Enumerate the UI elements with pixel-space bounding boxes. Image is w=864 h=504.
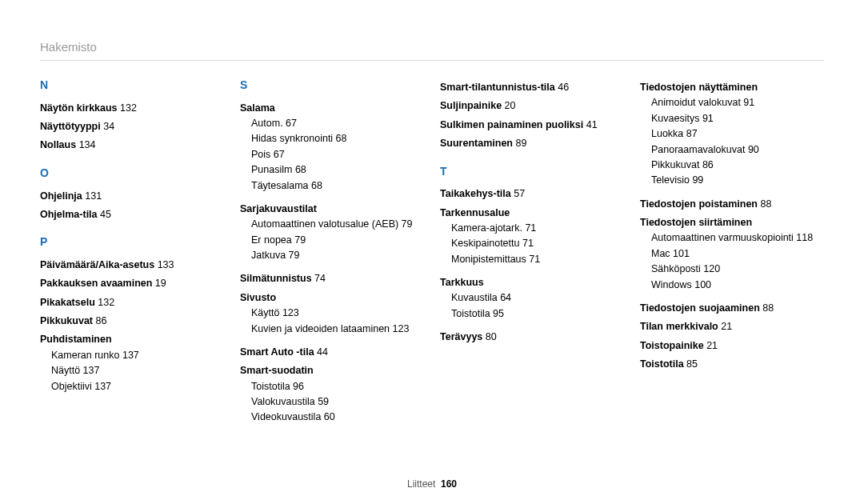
index-subentry[interactable]: Televisio 99: [640, 173, 824, 188]
page-number: 137: [94, 381, 111, 392]
index-subentry[interactable]: Windows 100: [640, 278, 824, 293]
spacer: [240, 337, 424, 342]
page-number: 131: [85, 190, 102, 202]
index-entry[interactable]: Sarjakuvaustilat: [240, 202, 424, 217]
page-number: 79: [402, 218, 413, 230]
index-subentry[interactable]: Er nopea 79: [240, 233, 424, 248]
index-entry[interactable]: Tiedostojen suojaaminen 88: [640, 301, 824, 316]
index-entry[interactable]: Smart-suodatin: [240, 363, 424, 378]
page-number: 21: [706, 340, 718, 351]
index-subentry[interactable]: Keskipainotettu 71: [440, 236, 624, 251]
page-number: 90: [748, 144, 759, 155]
index-subentry[interactable]: Täytesalama 68: [240, 178, 424, 194]
index-subentry[interactable]: Kuvien ja videoiden lataaminen 123: [240, 322, 424, 337]
index-entry[interactable]: Nollaus 134: [40, 138, 224, 153]
page-number: 133: [158, 259, 174, 270]
page-number: 137: [83, 365, 100, 376]
page-number: 21: [721, 321, 732, 332]
page-number: 19: [155, 278, 166, 289]
index-entry[interactable]: Puhdistaminen: [40, 332, 224, 347]
index-subentry[interactable]: Jatkuva 79: [240, 248, 424, 263]
index-subentry[interactable]: Mac 101: [640, 246, 824, 262]
column-2: SSalamaAutom. 67Hidas synkronointi 68Poi…: [240, 77, 424, 426]
page-number: 71: [529, 254, 540, 265]
index-letter: S: [240, 77, 424, 94]
page-number: 45: [100, 209, 111, 220]
index-entry[interactable]: Suljinpainike 20: [440, 98, 624, 114]
page-number: 57: [514, 188, 525, 199]
index-subentry[interactable]: Luokka 87: [640, 126, 824, 142]
page-number: 100: [694, 279, 711, 290]
index-entry[interactable]: Tarkennusalue: [440, 206, 624, 221]
page-number: 68: [336, 133, 347, 144]
index-entry[interactable]: Taikakehys-tila 57: [440, 186, 624, 202]
index-entry[interactable]: Pakkauksen avaaminen 19: [40, 276, 224, 291]
index-entry[interactable]: Tiedostojen siirtäminen: [640, 215, 824, 230]
index-subentry[interactable]: Kuvaesitys 91: [640, 111, 824, 126]
page-number: 44: [317, 346, 328, 358]
spacer: [240, 194, 424, 198]
index-subentry[interactable]: Toistotila 96: [240, 379, 424, 394]
index-entry[interactable]: Salama: [240, 101, 424, 116]
column-4: Tiedostojen näyttäminenAnimoidut valokuv…: [640, 77, 824, 426]
index-subentry[interactable]: Panoraamavalokuvat 90: [640, 142, 824, 158]
index-subentry[interactable]: Pois 67: [240, 147, 424, 162]
index-entry[interactable]: Tiedostojen näyttäminen: [640, 80, 824, 95]
page-number: 20: [505, 100, 516, 111]
page-number: 80: [486, 331, 497, 342]
page-number: 71: [522, 238, 534, 249]
page-number: 123: [282, 307, 299, 318]
index-subentry[interactable]: Sähköposti 120: [640, 262, 824, 277]
index-entry[interactable]: Ohjelinja 131: [40, 189, 224, 204]
index-subentry[interactable]: Valokuvaustila 59: [240, 394, 424, 410]
index-entry[interactable]: Smart Auto -tila 44: [240, 345, 424, 360]
index-entry[interactable]: Terävyys 80: [440, 330, 624, 345]
index-entry[interactable]: Suurentaminen 89: [440, 136, 624, 151]
index-entry[interactable]: Silmätunnistus 74: [240, 271, 424, 286]
page-number: 123: [393, 323, 410, 334]
index-entry[interactable]: Toistotila 85: [640, 357, 824, 372]
index-subentry[interactable]: Punasilm 68: [240, 162, 424, 178]
spacer: [640, 189, 824, 194]
page-number: 88: [762, 302, 774, 314]
index-letter: P: [40, 234, 224, 251]
page-number: 96: [293, 381, 304, 392]
index-subentry[interactable]: Animoidut valokuvat 91: [640, 95, 824, 110]
page-number: 34: [103, 121, 114, 132]
index-subentry[interactable]: Näyttö 137: [40, 363, 224, 378]
page-footer: Liitteet 160: [0, 478, 864, 490]
index-subentry[interactable]: Monipistemittaus 71: [440, 252, 624, 267]
index-entry[interactable]: Pikkukuvat 86: [40, 314, 224, 329]
index-subentry[interactable]: Toistotila 95: [440, 306, 624, 322]
spacer: [440, 267, 624, 272]
index-entry[interactable]: Näytön kirkkaus 132: [40, 101, 224, 116]
index-entry[interactable]: Sulkimen painaminen puoliksi 41: [440, 118, 624, 133]
page-number: 59: [318, 396, 329, 407]
index-subentry[interactable]: Kamera-ajotark. 71: [440, 221, 624, 236]
index-entry[interactable]: Ohjelma-tila 45: [40, 207, 224, 222]
column-1: NNäytön kirkkaus 132Näyttötyyppi 34Nolla…: [40, 77, 224, 426]
page-number: 137: [122, 350, 139, 361]
index-entry[interactable]: Smart-tilantunnistus-tila 46: [440, 80, 624, 95]
page-number: 71: [525, 222, 536, 234]
index-subentry[interactable]: Automaattinen valotusalue (AEB) 79: [240, 217, 424, 232]
index-subentry[interactable]: Autom. 67: [240, 116, 424, 131]
page-number: 79: [294, 234, 306, 246]
index-entry[interactable]: Sivusto: [240, 290, 424, 306]
index-subentry[interactable]: Hidas synkronointi 68: [240, 131, 424, 146]
index-entry[interactable]: Tilan merkkivalo 21: [640, 319, 824, 334]
spacer: [240, 263, 424, 268]
index-subentry[interactable]: Pikkukuvat 86: [640, 158, 824, 173]
index-entry[interactable]: Tarkkuus: [440, 275, 624, 290]
index-entry[interactable]: Pikakatselu 132: [40, 295, 224, 310]
index-subentry[interactable]: Objektiivi 137: [40, 379, 224, 394]
index-entry[interactable]: Näyttötyyppi 34: [40, 119, 224, 134]
index-subentry[interactable]: Automaattinen varmuuskopiointi 118: [640, 230, 824, 246]
index-subentry[interactable]: Videokuvaustila 60: [240, 410, 424, 425]
index-entry[interactable]: Tiedostojen poistaminen 88: [640, 197, 824, 212]
index-subentry[interactable]: Kameran runko 137: [40, 348, 224, 363]
index-subentry[interactable]: Käyttö 123: [240, 306, 424, 321]
index-entry[interactable]: Toistopainike 21: [640, 338, 824, 354]
index-subentry[interactable]: Kuvaustila 64: [440, 290, 624, 306]
index-entry[interactable]: Päivämäärä/Aika-asetus 133: [40, 258, 224, 273]
